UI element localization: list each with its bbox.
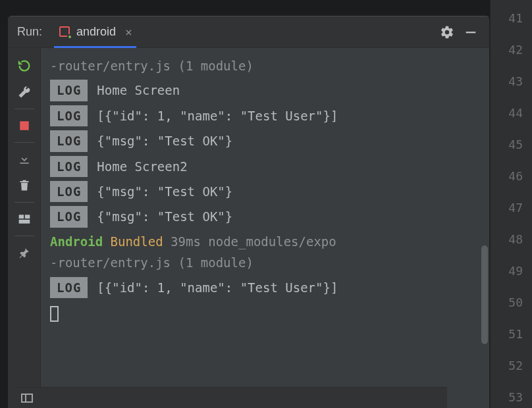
download-icon [18,153,31,166]
editor-gutter: 41 42 43 44 45 46 47 48 49 50 51 52 53 5… [490,0,532,408]
export-button[interactable] [12,147,37,172]
line-number: 42 [491,34,532,66]
log-badge: LOG [50,206,88,227]
bundle-word: Bundled [111,234,163,249]
run-body: -router/entry.js (1 module) LOG Home Scr… [8,48,489,408]
delete-button[interactable] [12,173,37,198]
toolbar-separator [14,142,34,143]
rerun-icon [17,59,32,73]
edit-config-button[interactable] [12,80,37,105]
status-bar [16,387,447,408]
log-message: Home Screen [97,80,180,100]
line-number: 44 [491,97,532,129]
bundle-platform: Android [50,234,103,249]
settings-button[interactable] [435,20,459,44]
log-badge: LOG [50,80,88,101]
console-output[interactable]: -router/entry.js (1 module) LOG Home Scr… [41,48,489,408]
bundle-rest: 39ms node_modules/expo [171,234,336,249]
log-badge: LOG [50,156,88,177]
svg-rect-3 [24,215,30,218]
line-number: 53 [491,382,532,408]
log-line: LOG {"msg": "Test OK"} [50,130,481,151]
log-badge: LOG [50,105,88,126]
layout-icon [18,213,31,226]
line-number: 47 [491,192,532,224]
log-line: LOG [{"id": 1, "name": "Test User"}] [50,277,481,298]
svg-rect-0 [466,32,476,33]
run-side-toolbar [8,48,41,408]
wrench-icon [18,86,31,99]
log-badge: LOG [50,181,88,202]
rerun-button[interactable] [12,53,37,78]
run-config-label: android [76,25,116,39]
log-line: LOG Home Screen2 [50,156,481,177]
log-line: LOG Home Screen [50,80,481,101]
line-number: 49 [491,255,532,287]
line-number: 52 [491,350,532,382]
bundle-line: Android Bundled 39ms node_modules/expo [50,232,481,251]
line-number: 51 [491,319,532,350]
minimize-button[interactable] [459,20,483,44]
log-message: {"msg": "Test OK"} [97,131,232,151]
gear-icon [440,25,454,39]
log-message: Home Screen2 [97,157,187,176]
log-line: LOG {"msg": "Test OK"} [50,181,481,202]
line-number: 43 [491,66,532,97]
line-number: 48 [491,224,532,255]
log-badge: LOG [50,277,88,298]
console-scrollbar[interactable] [481,245,488,344]
line-number: 46 [491,161,532,192]
run-title: Run: [17,25,42,39]
stop-button[interactable] [12,113,37,138]
close-tab-icon[interactable]: × [125,25,132,39]
svg-rect-4 [18,220,30,224]
log-message: {"msg": "Test OK"} [97,207,232,226]
log-message: {"msg": "Test OK"} [97,182,232,201]
log-message: [{"id": 1, "name": "Test User"}] [97,278,338,297]
toolbar-separator [14,236,34,236]
run-tool-window: Run: android × [8,16,490,408]
toolbar-separator [14,202,34,203]
log-line: LOG {"msg": "Test OK"} [50,206,481,227]
run-header: Run: android × [8,16,489,48]
square-run-icon [58,25,71,38]
console-text: -router/entry.js (1 module) [50,253,481,272]
panel-toggle-icon[interactable] [21,394,33,403]
layout-button[interactable] [12,207,37,232]
toolbar-separator [14,109,34,109]
run-config-tab[interactable]: android × [54,17,136,48]
svg-rect-1 [20,121,29,130]
trash-icon [18,179,31,192]
log-badge: LOG [50,130,88,151]
line-number: 45 [491,129,532,161]
line-number: 41 [491,3,532,34]
log-message: [{"id": 1, "name": "Test User"}] [97,106,338,126]
minimize-icon [464,25,478,39]
pin-button[interactable] [12,240,37,265]
pin-icon [18,247,30,259]
stop-icon [18,120,30,132]
svg-rect-2 [18,215,24,218]
text-cursor [50,306,59,322]
line-number: 50 [491,287,532,319]
console-text: -router/entry.js (1 module) [50,56,481,76]
log-line: LOG [{"id": 1, "name": "Test User"}] [50,105,481,126]
